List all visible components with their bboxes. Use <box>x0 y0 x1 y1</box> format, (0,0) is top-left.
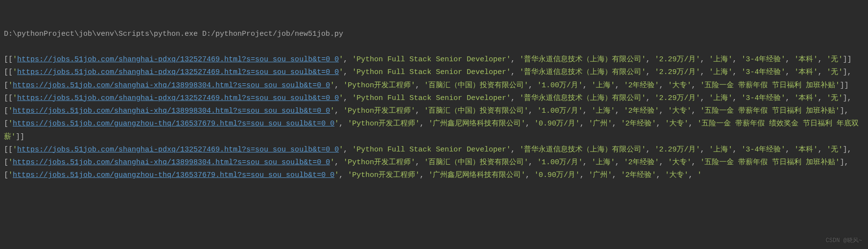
job-company: '广州鑫尼网络科技有限公司' <box>428 120 525 128</box>
job-education: '大专' <box>665 171 688 179</box>
job-salary: '2.29万/月' <box>655 146 700 154</box>
string-quote: ' <box>13 94 17 102</box>
job-benefits: '五险一金 带薪年假 节日福利 加班补贴' <box>700 158 840 167</box>
job-experience: '2年经验' <box>624 107 659 115</box>
job-education: '本科' <box>794 94 818 102</box>
job-experience: '3-4年经验' <box>741 146 785 154</box>
job-company: '普华永道信息技术（上海）有限公司' <box>519 55 646 64</box>
string-quote: ' <box>8 158 13 167</box>
string-quote: ' <box>8 81 13 90</box>
job-company: '普华永道信息技术（上海）有限公司' <box>519 146 646 154</box>
job-education: '本科' <box>794 55 818 64</box>
string-quote: ' <box>330 107 334 115</box>
job-experience: '2年经验' <box>624 81 659 90</box>
job-city: '上海' <box>709 55 732 64</box>
job-url-link[interactable]: https://jobs.51job.com/shanghai-xhq/1389… <box>13 107 330 115</box>
job-education: '本科' <box>794 68 818 76</box>
job-benefits: '无' <box>826 146 843 154</box>
watermark-text: CSDN @晓风~ <box>826 236 862 246</box>
job-experience: '3-4年经验' <box>741 94 785 102</box>
job-company: '普华永道信息技术（上海）有限公司' <box>519 68 646 76</box>
job-education: '大专' <box>668 107 691 115</box>
job-benefits: ' <box>697 171 702 179</box>
job-city: '广州' <box>588 120 612 128</box>
job-salary: '2.29万/月' <box>655 55 700 64</box>
output-iteration: [['https://jobs.51job.com/shanghai-pdxq/… <box>4 53 864 66</box>
job-url-link[interactable]: https://jobs.51job.com/shanghai-pdxq/132… <box>17 94 339 102</box>
job-salary: '0.90万/月' <box>534 171 580 179</box>
string-quote: ' <box>13 68 17 76</box>
job-company: '百脑汇（中国）投资有限公司' <box>424 158 528 167</box>
job-salary: '1.00万/月' <box>537 81 583 90</box>
job-education: '本科' <box>794 146 818 154</box>
job-company: '百脑汇（中国）投资有限公司' <box>424 81 528 90</box>
output-iteration: [['https://jobs.51job.com/shanghai-pdxq/… <box>4 144 864 182</box>
job-company: '普华永道信息技术（上海）有限公司' <box>519 94 646 102</box>
string-quote: ' <box>13 55 17 64</box>
job-salary: '0.90万/月' <box>534 120 580 128</box>
job-city: '广州' <box>588 171 612 179</box>
job-title: 'Python Full Stack Senior Developer' <box>352 94 511 102</box>
job-company: '百脑汇（中国）投资有限公司' <box>424 107 528 115</box>
job-experience: '2年经验' <box>624 158 659 167</box>
job-title: 'Python Full Stack Senior Developer' <box>352 68 511 76</box>
job-experience: '3-4年经验' <box>741 68 785 76</box>
job-city: '上海' <box>591 158 615 167</box>
output-iteration: [['https://jobs.51job.com/shanghai-pdxq/… <box>4 92 864 144</box>
job-url-link[interactable]: https://jobs.51job.com/shanghai-xhq/1389… <box>13 81 330 90</box>
job-experience: '2年经验' <box>621 120 656 128</box>
job-url-link[interactable]: https://jobs.51job.com/shanghai-pdxq/132… <box>17 68 339 76</box>
job-benefits: '五险一金 带薪年假 节日福利 加班补贴' <box>700 81 840 90</box>
job-title: 'Python开发工程师' <box>343 81 415 90</box>
job-company: '广州鑫尼网络科技有限公司' <box>428 171 525 179</box>
string-quote: ' <box>330 81 334 90</box>
job-experience: '2年经验' <box>621 171 656 179</box>
command-line: D:\pythonProject\job\venv\Scripts\python… <box>4 28 864 41</box>
job-benefits: '无' <box>826 55 843 64</box>
string-quote: ' <box>334 120 339 128</box>
job-url-link[interactable]: https://jobs.51job.com/shanghai-pdxq/132… <box>17 146 339 154</box>
job-education: '大专' <box>668 81 691 90</box>
job-salary: '2.29万/月' <box>655 94 700 102</box>
job-salary: '1.00万/月' <box>537 107 583 115</box>
job-title: 'Python Full Stack Senior Developer' <box>352 146 511 154</box>
job-url-link[interactable]: https://jobs.51job.com/guangzhou-thq/136… <box>13 171 334 179</box>
string-quote: ' <box>13 146 17 154</box>
string-quote: ' <box>330 158 334 167</box>
job-title: 'Python开发工程师' <box>348 171 420 179</box>
job-title: 'Python开发工程师' <box>343 107 415 115</box>
string-quote: ' <box>339 68 343 76</box>
console-output: D:\pythonProject\job\venv\Scripts\python… <box>4 2 864 182</box>
string-quote: ' <box>8 107 13 115</box>
job-salary: '1.00万/月' <box>537 158 583 167</box>
job-benefits: '无' <box>826 68 843 76</box>
job-title: 'Python开发工程师' <box>348 120 420 128</box>
string-quote: ' <box>339 55 343 64</box>
string-quote: ' <box>339 94 343 102</box>
job-benefits: '无' <box>826 94 843 102</box>
job-city: '上海' <box>591 81 615 90</box>
job-url-link[interactable]: https://jobs.51job.com/guangzhou-thq/136… <box>13 120 334 128</box>
job-benefits: '五险一金 带薪年假 节日福利 加班补贴' <box>700 107 840 115</box>
string-quote: ' <box>339 146 343 154</box>
job-education: '大专' <box>665 120 688 128</box>
job-title: 'Python Full Stack Senior Developer' <box>352 55 511 64</box>
job-experience: '3-4年经验' <box>741 55 785 64</box>
job-title: 'Python开发工程师' <box>343 158 415 167</box>
job-city: '上海' <box>591 107 615 115</box>
output-iteration: [['https://jobs.51job.com/shanghai-pdxq/… <box>4 66 864 92</box>
string-quote: ' <box>8 120 13 128</box>
job-city: '上海' <box>709 68 732 76</box>
job-city: '上海' <box>709 94 732 102</box>
string-quote: ' <box>8 171 13 179</box>
string-quote: ' <box>334 171 339 179</box>
job-education: '大专' <box>668 158 691 167</box>
job-url-link[interactable]: https://jobs.51job.com/shanghai-pdxq/132… <box>17 55 339 64</box>
job-city: '上海' <box>709 146 732 154</box>
job-salary: '2.29万/月' <box>655 68 700 76</box>
job-url-link[interactable]: https://jobs.51job.com/shanghai-xhq/1389… <box>13 158 330 167</box>
